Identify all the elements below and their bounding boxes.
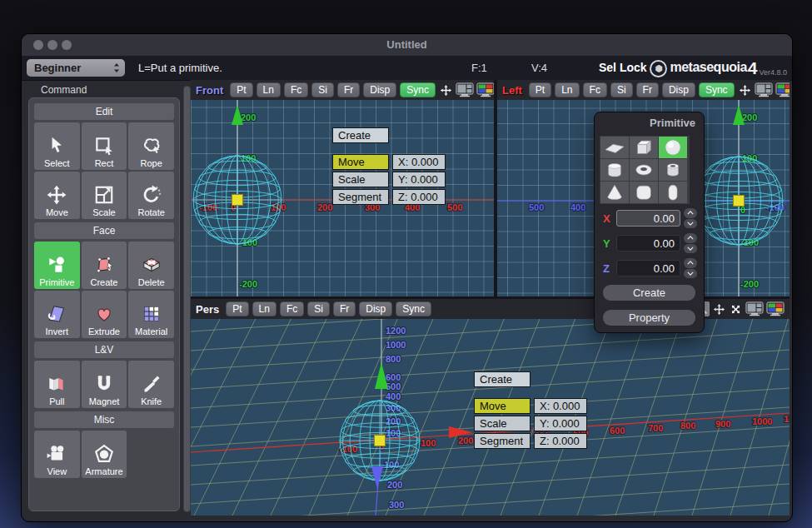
- viewport-pers-button-fr[interactable]: Fr: [333, 301, 356, 316]
- axis-label-x: X: [603, 212, 610, 225]
- sidebar-item-label: Rope: [141, 158, 162, 168]
- selection-handle[interactable]: [375, 436, 386, 446]
- scale-mode-button[interactable]: Scale: [332, 172, 389, 187]
- selection-handle[interactable]: [734, 196, 745, 207]
- sidebar-item-rect[interactable]: Rect: [82, 122, 127, 170]
- create-button[interactable]: Create: [332, 127, 389, 143]
- monitor-plain-icon[interactable]: [745, 301, 764, 316]
- primitive-shape-rounded-cube[interactable]: [630, 182, 658, 203]
- viewport-front-button-si[interactable]: Si: [311, 82, 334, 97]
- segment-mode-button[interactable]: Segment: [332, 189, 389, 205]
- viewport-pers-button-pt[interactable]: Pt: [226, 301, 248, 316]
- axis-input-x[interactable]: 0.00: [616, 210, 680, 227]
- axis-value-field[interactable]: X: 0.000: [392, 154, 446, 170]
- viewport-left-button-ln[interactable]: Ln: [555, 82, 579, 97]
- viewport-pers-button-ln[interactable]: Ln: [252, 301, 276, 316]
- viewport-pers-body[interactable]: 12001000800600500400300200100100200300-1…: [191, 319, 790, 516]
- sidebar-item-move[interactable]: Move: [34, 172, 80, 219]
- move-mode-button[interactable]: Move: [332, 154, 389, 170]
- viewport-front-button-fc[interactable]: Fc: [284, 82, 308, 97]
- sidebar-scrollbar[interactable]: [183, 86, 191, 512]
- viewport-left-button-si[interactable]: Si: [610, 82, 633, 97]
- axis-input-y[interactable]: 0.00: [616, 235, 680, 252]
- monitor-plain-icon[interactable]: [456, 82, 475, 97]
- sidebar-item-rotate[interactable]: Rotate: [128, 172, 174, 219]
- monitor-color-icon[interactable]: [765, 301, 785, 316]
- step-down-button[interactable]: [684, 219, 697, 229]
- axis-value-field[interactable]: Y: 0.000: [534, 416, 587, 431]
- viewport-front-button-disp[interactable]: Disp: [363, 82, 396, 97]
- primitive-shape-pipe[interactable]: [659, 159, 687, 181]
- axis-input-z[interactable]: 0.00: [616, 260, 680, 276]
- primitive-shape-plane[interactable]: [600, 137, 629, 158]
- step-up-button[interactable]: [684, 233, 697, 243]
- step-up-button[interactable]: [684, 208, 697, 218]
- viewport-left-button-fc[interactable]: Fc: [583, 82, 607, 97]
- move-icon[interactable]: [711, 301, 726, 316]
- primitive-shape-sphere[interactable]: [659, 137, 687, 158]
- sidebar-item-rope[interactable]: Rope: [128, 122, 174, 170]
- sidebar-item-scale[interactable]: Scale: [82, 172, 127, 219]
- sidebar-item-magnet[interactable]: Magnet: [82, 361, 127, 408]
- create-button[interactable]: Create: [474, 371, 531, 387]
- sel-lock-toggle[interactable]: Sel Lock: [599, 61, 647, 74]
- move-mode-button[interactable]: Move: [474, 398, 531, 414]
- viewport-left-button-fr[interactable]: Fr: [636, 82, 659, 97]
- sidebar-item-label: Create: [90, 277, 117, 287]
- scale-mode-button[interactable]: Scale: [474, 416, 531, 431]
- step-down-button[interactable]: [684, 269, 697, 279]
- segment-mode-button[interactable]: Segment: [474, 433, 531, 449]
- viewport-pers-button-disp[interactable]: Disp: [359, 301, 392, 316]
- viewport-pers-button-si[interactable]: Si: [307, 301, 330, 316]
- sidebar-item-create[interactable]: Create: [82, 242, 127, 289]
- sidebar-item-select[interactable]: Select: [34, 122, 80, 170]
- sidebar-item-material[interactable]: Material: [128, 291, 174, 338]
- viewport-front-button-fr[interactable]: Fr: [337, 82, 360, 97]
- monitor-color-icon[interactable]: [775, 82, 790, 97]
- viewport-pers-button-sync[interactable]: Sync: [396, 301, 431, 316]
- monitor-plain-icon[interactable]: [755, 82, 774, 97]
- axis-value-field[interactable]: X: 0.000: [534, 398, 587, 414]
- primitive-shape-torus[interactable]: [630, 159, 658, 181]
- primitive-shape-capsule[interactable]: [659, 182, 687, 203]
- sidebar-item-primitive[interactable]: Primitive: [34, 242, 80, 289]
- viewport-front-button-ln[interactable]: Ln: [257, 82, 281, 97]
- axis-label-z: Z: [603, 262, 610, 275]
- viewport-left-button-pt[interactable]: Pt: [529, 82, 551, 97]
- viewport-front-button-sync[interactable]: Sync: [400, 82, 436, 97]
- viewport-name-left: Left: [502, 84, 522, 97]
- sidebar-item-knife[interactable]: Knife: [128, 361, 174, 408]
- step-down-button[interactable]: [684, 244, 697, 254]
- monitor-color-icon[interactable]: [476, 82, 494, 97]
- toolbar: Beginner L=Put a primitive. F:1 V:4 Sel …: [22, 56, 792, 81]
- primitive-create-button[interactable]: Create: [603, 285, 695, 301]
- tool-panel-front: CreateMoveScaleSegmentX: 0.000Y: 0.000Z:…: [332, 127, 471, 233]
- axis-value-field[interactable]: Z: 0.000: [392, 189, 446, 205]
- primitive-shape-cylinder[interactable]: [600, 159, 629, 181]
- viewport-left-button-sync[interactable]: Sync: [699, 82, 735, 97]
- viewport-left-button-disp[interactable]: Disp: [662, 82, 695, 97]
- sidebar-item-extrude[interactable]: Extrude: [82, 291, 127, 338]
- viewport-front-body[interactable]: -1000100200300400500200100-100-200 Creat…: [191, 100, 494, 296]
- move-icon[interactable]: [738, 82, 753, 97]
- primitive-property-button[interactable]: Property: [603, 310, 695, 326]
- step-up-button[interactable]: [684, 258, 697, 268]
- primitive-shape-cone[interactable]: [600, 182, 629, 203]
- viewport-front-button-pt[interactable]: Pt: [230, 82, 252, 97]
- orbit-icon[interactable]: [728, 301, 743, 316]
- invert-icon: [46, 303, 67, 325]
- axis-value-field[interactable]: Z: 0.000: [534, 433, 587, 449]
- viewport-pers-button-fc[interactable]: Fc: [280, 301, 304, 316]
- sidebar-item-label: Rotate: [137, 207, 164, 217]
- logo-number: 4: [748, 58, 758, 78]
- primitive-shape-cube[interactable]: [630, 137, 658, 158]
- sidebar-item-armature[interactable]: Armature: [82, 431, 127, 478]
- sidebar-item-view[interactable]: View: [34, 431, 80, 478]
- selection-handle[interactable]: [232, 195, 243, 206]
- mode-dropdown[interactable]: Beginner: [27, 59, 125, 77]
- axis-value-field[interactable]: Y: 0.000: [392, 172, 446, 187]
- sidebar-item-delete[interactable]: Delete: [128, 242, 174, 289]
- sidebar-item-pull[interactable]: Pull: [34, 361, 80, 408]
- move-icon[interactable]: [439, 82, 454, 97]
- sidebar-item-invert[interactable]: Invert: [34, 291, 80, 338]
